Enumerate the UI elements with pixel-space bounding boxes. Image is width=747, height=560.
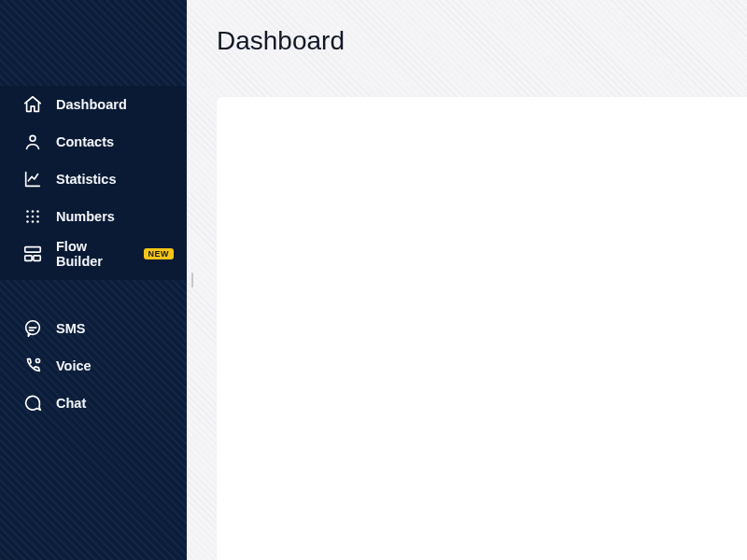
sidebar-primary-group: Dashboard Contacts Statistics Numbers (0, 86, 187, 280)
sidebar-item-label: Flow Builder (56, 239, 129, 269)
sidebar-logo-area (0, 0, 187, 86)
home-icon (22, 94, 43, 115)
sms-icon (22, 318, 43, 339)
sidebar-secondary-group: SMS Voice Chat (0, 310, 187, 422)
numbers-icon (22, 206, 43, 227)
sidebar-item-voice[interactable]: Voice (0, 347, 187, 385)
flowbuilder-icon (22, 244, 43, 264)
svg-point-2 (32, 210, 35, 213)
svg-point-9 (36, 220, 39, 223)
svg-point-3 (36, 210, 39, 213)
svg-point-8 (32, 220, 35, 223)
chat-icon (22, 393, 43, 413)
sidebar-item-label: Chat (56, 396, 86, 411)
svg-point-1 (26, 210, 29, 213)
voice-icon (22, 356, 43, 376)
svg-point-0 (30, 135, 35, 141)
svg-rect-11 (25, 256, 32, 261)
svg-rect-12 (34, 256, 40, 261)
sidebar-item-label: Dashboard (56, 97, 127, 112)
sidebar-item-chat[interactable]: Chat (0, 385, 187, 422)
sidebar-item-label: Statistics (56, 172, 116, 187)
main-content: Dashboard (187, 0, 747, 560)
svg-point-5 (32, 216, 35, 218)
dashboard-card (217, 97, 747, 560)
contacts-icon (22, 132, 43, 152)
sidebar-item-label: Voice (56, 358, 92, 373)
sidebar-item-numbers[interactable]: Numbers (0, 198, 187, 235)
sidebar-item-contacts[interactable]: Contacts (0, 123, 187, 161)
svg-rect-10 (25, 247, 41, 253)
svg-point-7 (26, 220, 29, 223)
sidebar-resize-handle[interactable] (187, 267, 198, 293)
sidebar-divider (0, 280, 187, 310)
statistics-icon (22, 169, 43, 189)
sidebar-item-label: Numbers (56, 209, 115, 224)
sidebar-item-flow-builder[interactable]: Flow Builder NEW (0, 235, 187, 273)
sidebar-item-statistics[interactable]: Statistics (0, 161, 187, 198)
new-badge: NEW (144, 248, 175, 259)
svg-point-14 (35, 358, 39, 362)
sidebar: Dashboard Contacts Statistics Numbers (0, 0, 187, 560)
sidebar-item-sms[interactable]: SMS (0, 310, 187, 347)
page-title: Dashboard (217, 26, 345, 56)
sidebar-item-dashboard[interactable]: Dashboard (0, 86, 187, 123)
sidebar-item-label: SMS (56, 321, 85, 336)
sidebar-item-label: Contacts (56, 134, 114, 149)
svg-point-4 (26, 216, 29, 218)
svg-point-6 (36, 216, 39, 218)
